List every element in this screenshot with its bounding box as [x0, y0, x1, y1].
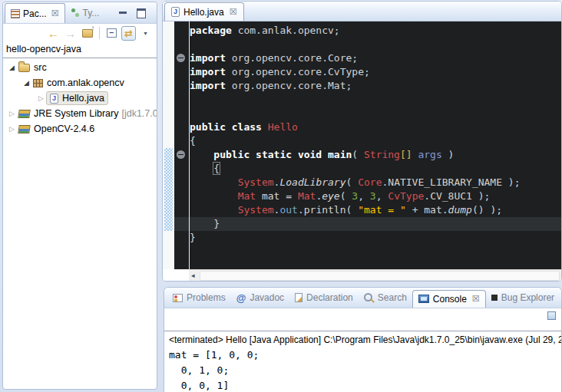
- forward-button[interactable]: →: [63, 26, 78, 41]
- tree-item-suffix: [jdk1.7.0_25]: [121, 108, 157, 119]
- view-menu-icon: ▼: [143, 31, 148, 36]
- tree-item-src[interactable]: ◢src: [3, 60, 157, 75]
- tab-label: Search: [378, 292, 407, 303]
- code-line: [190, 107, 561, 120]
- tab-label: Bug Explorer: [501, 292, 554, 303]
- editor-tab-label: Hello.java: [183, 7, 224, 18]
- code-line: import org.opencv.core.Core;: [190, 51, 561, 65]
- tree-item-content: src: [17, 62, 47, 73]
- tree-item-content: JRE System Library[jdk1.7.0_25]: [17, 108, 157, 119]
- java-file-icon: J: [50, 94, 58, 104]
- fold-collapse-icon[interactable]: [177, 150, 185, 159]
- horizontal-scrollbar[interactable]: ◂: [189, 269, 561, 282]
- problems-icon: [173, 294, 183, 302]
- code-editor[interactable]: package com.anlak.opencv;import org.open…: [190, 24, 561, 245]
- tree-item-content: com.anlak.opencv: [31, 77, 124, 88]
- explorer-tab-bar: Pac... ☒ Ty...: [3, 2, 157, 24]
- tab-label: Pac...: [23, 8, 47, 19]
- code-line: System.out.println( "mat = " + mat.dump(…: [190, 203, 561, 217]
- package-icon: [33, 79, 43, 87]
- library-icon: [18, 125, 31, 133]
- tab-javadoc[interactable]: @Javadoc: [231, 288, 289, 308]
- method-range-indicator: [164, 148, 173, 231]
- go-into-folder-icon: ↑: [82, 29, 93, 38]
- tab-label: Problems: [187, 292, 226, 303]
- project-root-label[interactable]: hello-opencv-java: [3, 42, 157, 58]
- tree-item-opencv-2-4-6[interactable]: ▷OpenCV-2.4.6: [3, 121, 157, 137]
- tree-item-com-anlak-opencv[interactable]: ◢com.anlak.opencv: [3, 75, 157, 91]
- maximize-icon[interactable]: [137, 8, 146, 18]
- console-output-line: 0, 1, 0;: [169, 363, 561, 378]
- scrollbar-thumb[interactable]: [200, 271, 560, 281]
- console-output-line: mat = [1, 0, 0;: [169, 348, 561, 363]
- library-icon: [18, 110, 31, 118]
- tab-hello-java[interactable]: J Hello.java ☒: [164, 2, 244, 21]
- tree-item-label: com.anlak.opencv: [47, 77, 124, 88]
- collapse-all-icon: −: [107, 28, 117, 38]
- search-icon: [364, 293, 374, 303]
- code-line: }: [190, 217, 561, 231]
- javadoc-icon: @: [236, 293, 246, 303]
- collapse-arrow-icon[interactable]: ◢: [7, 64, 17, 71]
- package-explorer-icon: [11, 9, 20, 18]
- plugin-square-icon: [491, 295, 498, 301]
- go-into-button[interactable]: ↑: [80, 26, 94, 41]
- minimize-icon[interactable]: [119, 12, 127, 14]
- code-line: [190, 93, 561, 107]
- tab-bug-explorer[interactable]: Bug Explorer: [486, 288, 560, 308]
- tab-label: Declaration: [306, 292, 353, 303]
- tree-item-label: JRE System Library: [34, 108, 118, 119]
- declaration-icon: [295, 293, 302, 302]
- back-button[interactable]: ←: [46, 26, 61, 41]
- console-icon: [418, 295, 429, 303]
- code-line: Mat mat = Mat.eye( 3, 3, CvType.CV_8UC1 …: [190, 189, 561, 203]
- expand-arrow-icon[interactable]: ▷: [36, 94, 46, 102]
- collapse-arrow-icon[interactable]: ◢: [21, 79, 31, 87]
- view-window-buttons: [119, 8, 146, 18]
- view-menu-button[interactable]: ▼: [138, 26, 153, 41]
- tab-label: Ty...: [83, 8, 100, 18]
- console-header: <terminated> Hello [Java Application] C:…: [164, 331, 561, 348]
- tab-declaration[interactable]: Declaration: [289, 288, 359, 308]
- collapse-all-button[interactable]: −: [104, 26, 119, 41]
- tab-label: Console: [433, 294, 467, 305]
- tree-item-content: OpenCV-2.4.6: [17, 124, 94, 134]
- tab-console[interactable]: Console☒: [412, 290, 486, 308]
- close-icon[interactable]: ☒: [51, 8, 59, 18]
- scroll-left-icon[interactable]: ◂: [189, 272, 195, 279]
- tree-item-label: src: [34, 62, 47, 73]
- tree-item-hello-java[interactable]: ▷JHello.java: [3, 91, 157, 106]
- close-icon[interactable]: ☒: [472, 294, 480, 304]
- console-view: <terminated> Hello [Java Application] C:…: [164, 331, 561, 392]
- tab-package-explorer[interactable]: Pac... ☒: [5, 3, 65, 23]
- console-panel: Problems@JavadocDeclarationSearchConsole…: [164, 287, 562, 392]
- tab-label: Javadoc: [250, 292, 284, 303]
- code-line: package com.anlak.opencv;: [190, 24, 561, 38]
- code-line: import org.opencv.core.CvType;: [190, 65, 561, 79]
- annotation-ruler[interactable]: [163, 21, 174, 269]
- expand-arrow-icon[interactable]: ▷: [7, 110, 17, 117]
- back-arrow-icon: ←: [48, 28, 59, 39]
- code-line: {: [190, 162, 561, 176]
- console-toolbar-icon[interactable]: [547, 311, 556, 320]
- type-hierarchy-icon: [71, 8, 80, 18]
- tab-search[interactable]: Search: [359, 288, 412, 308]
- editor-tab-bar: J Hello.java ☒: [163, 2, 561, 21]
- code-line: import org.opencv.core.Mat;: [190, 79, 561, 93]
- code-line: [190, 38, 561, 51]
- tree-item-jre-system-library[interactable]: ▷JRE System Library[jdk1.7.0_25]: [3, 106, 157, 121]
- tab-problems[interactable]: Problems: [167, 288, 231, 308]
- editor-panel: J Hello.java ☒ package com.anlak.opencv;…: [162, 1, 562, 282]
- close-icon[interactable]: ☒: [230, 7, 237, 17]
- console-tab-bar: Problems@JavadocDeclarationSearchConsole…: [164, 288, 561, 308]
- selected-tree-item: JHello.java: [46, 91, 108, 105]
- forward-arrow-icon: →: [64, 28, 76, 39]
- link-with-editor-button[interactable]: ⇄: [121, 26, 136, 41]
- expand-arrow-icon[interactable]: ▷: [7, 125, 17, 133]
- up-arrow-icon: ↑: [91, 25, 95, 32]
- tab-type-hierarchy[interactable]: Ty...: [65, 2, 105, 23]
- tree-item-label: Hello.java: [62, 93, 104, 104]
- fold-collapse-icon[interactable]: [177, 54, 185, 62]
- project-tree: ◢src◢com.anlak.opencv▷JHello.java▷JRE Sy…: [3, 58, 157, 137]
- console-output[interactable]: mat = [1, 0, 0; 0, 1, 0; 0, 0, 1]: [164, 348, 561, 392]
